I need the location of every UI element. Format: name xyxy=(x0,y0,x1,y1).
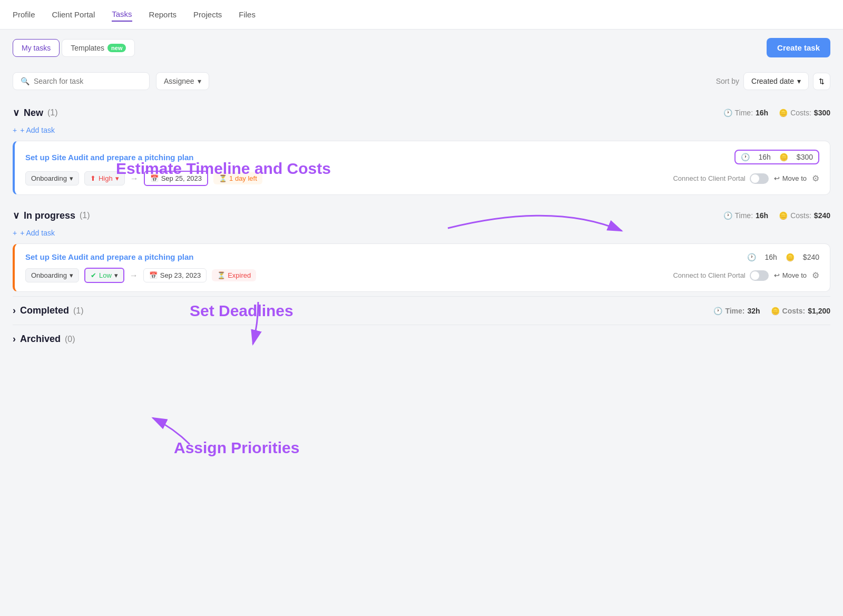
section-new-collapse-icon: ∨ xyxy=(13,107,19,119)
coins-icon: 🪙 xyxy=(779,109,788,117)
task-2-deadline-status: ⏳ Expired xyxy=(212,269,256,281)
section-archived: › Archived (0) xyxy=(13,325,830,353)
task-1-portal-toggle[interactable] xyxy=(750,173,769,184)
search-input[interactable] xyxy=(34,77,142,85)
tab-templates[interactable]: Templates new xyxy=(62,39,135,57)
section-completed-time: 🕐 Time: 32h xyxy=(713,307,760,315)
calendar-icon: 📅 xyxy=(149,271,158,279)
section-inprogress-title[interactable]: ∨ In progress (1) xyxy=(13,210,90,221)
sub-tabs-bar: My tasks Templates new Create task xyxy=(0,30,843,66)
task-2-priority-button[interactable]: ✔ Low ▾ xyxy=(84,268,124,283)
sort-select[interactable]: Created date ▾ xyxy=(743,72,809,90)
task-card-1-header: Set up Site Audit and prepare a pitching… xyxy=(25,150,819,164)
task-1-priority-button[interactable]: ⬆ High ▾ xyxy=(84,171,125,185)
annotation-arrow-priorities xyxy=(0,413,843,518)
sort-area: Sort by Created date ▾ ⇅ xyxy=(716,72,830,90)
annotation-priorities: Assign Priorities xyxy=(174,439,299,457)
nav-client-portal[interactable]: Client Portal xyxy=(52,8,95,21)
section-archived-count: (0) xyxy=(65,335,75,344)
chevron-down-icon: ▾ xyxy=(797,77,801,85)
toolbar: 🔍 Assignee ▾ Sort by Created date ▾ ⇅ xyxy=(0,66,843,96)
task-card-2: Set up Site Audit and prepare a pitching… xyxy=(13,243,830,292)
sort-order-button[interactable]: ⇅ xyxy=(813,73,830,90)
task-2-tag-button[interactable]: Onboarding ▾ xyxy=(25,268,79,282)
task-1-title[interactable]: Set up Site Audit and prepare a pitching… xyxy=(25,153,193,162)
coins-icon: 🪙 xyxy=(771,307,780,315)
plus-icon: + xyxy=(13,126,17,134)
task-2-clock-icon: 🕐 xyxy=(747,253,756,261)
section-new-meta: 🕐 Time: 16h 🪙 Costs: $300 xyxy=(723,109,830,117)
section-archived-title[interactable]: › Archived (0) xyxy=(13,334,830,345)
priority-high-icon: ⬆ xyxy=(90,174,96,182)
search-box: 🔍 xyxy=(13,72,150,90)
task-2-move-to[interactable]: ↩ Move to xyxy=(774,271,807,279)
clock-icon: 🕐 xyxy=(713,307,722,315)
section-inprogress-count: (1) xyxy=(80,211,90,220)
section-completed-costs: 🪙 Costs: $1,200 xyxy=(771,307,830,315)
task-1-date-button[interactable]: 📅 Sep 25, 2023 xyxy=(144,171,208,186)
section-inprogress-meta: 🕐 Time: 16h 🪙 Costs: $240 xyxy=(723,211,830,220)
chevron-down-icon: ▾ xyxy=(115,174,119,182)
assignee-filter-button[interactable]: Assignee ▾ xyxy=(156,72,209,90)
chevron-down-icon: ▾ xyxy=(198,77,201,85)
section-inprogress-costs: 🪙 Costs: $240 xyxy=(779,211,830,220)
task-2-coins-icon: 🪙 xyxy=(786,253,795,261)
sort-label: Sort by xyxy=(716,77,739,85)
section-new-header: ∨ New (1) 🕐 Time: 16h 🪙 Costs: $300 xyxy=(13,96,830,123)
add-task-inprogress-button[interactable]: + + Add task xyxy=(13,226,830,243)
arrow-separator: → xyxy=(130,174,139,183)
section-new-title[interactable]: ∨ New (1) xyxy=(13,107,58,119)
nav-profile[interactable]: Profile xyxy=(13,8,35,21)
chevron-down-icon: ▾ xyxy=(70,174,73,182)
calendar-icon: 📅 xyxy=(150,174,159,182)
chevron-down-icon: ▾ xyxy=(70,271,73,279)
task-2-portal-toggle[interactable] xyxy=(750,270,769,281)
nav-tasks[interactable]: Tasks xyxy=(112,7,132,22)
create-task-button[interactable]: Create task xyxy=(767,38,830,57)
section-archived-expand-icon: › xyxy=(13,334,16,345)
main-content: ∨ New (1) 🕐 Time: 16h 🪙 Costs: $300 + + … xyxy=(0,96,843,616)
task-1-deadline-status: ⏳ 1 day left xyxy=(213,172,262,184)
task-1-coins-icon: 🪙 xyxy=(779,153,788,161)
task-2-connect-portal: Connect to Client Portal xyxy=(673,270,768,281)
task-2-date-button[interactable]: 📅 Sep 23, 2023 xyxy=(143,268,207,282)
move-icon: ↩ xyxy=(774,174,780,182)
coins-icon: 🪙 xyxy=(779,211,788,220)
section-completed-title[interactable]: › Completed (1) 🕐 Time: 32h 🪙 Costs: $1,… xyxy=(13,305,830,316)
task-1-connect-portal: Connect to Client Portal xyxy=(673,173,768,184)
nav-reports[interactable]: Reports xyxy=(149,8,177,21)
task-2-time-cost: 🕐 16h 🪙 $240 xyxy=(747,253,819,261)
arrow-separator-2: → xyxy=(130,271,138,280)
task-1-tag-button[interactable]: Onboarding ▾ xyxy=(25,171,79,185)
sort-order-icon: ⇅ xyxy=(819,77,825,85)
section-inprogress-header: ∨ In progress (1) 🕐 Time: 16h 🪙 Costs: $… xyxy=(13,199,830,226)
tab-my-tasks[interactable]: My tasks xyxy=(13,39,60,57)
add-task-new-button[interactable]: + + Add task xyxy=(13,123,830,141)
nav-projects[interactable]: Projects xyxy=(193,8,222,21)
section-inprogress-time: 🕐 Time: 16h xyxy=(723,211,769,220)
task-card-2-header: Set up Site Audit and prepare a pitching… xyxy=(25,252,819,261)
plus-icon: + xyxy=(13,229,17,237)
search-icon: 🔍 xyxy=(21,77,30,85)
section-new-count: (1) xyxy=(47,108,58,118)
move-icon: ↩ xyxy=(774,271,780,279)
section-new-costs: 🪙 Costs: $300 xyxy=(779,109,830,117)
task-2-title[interactable]: Set up Site Audit and prepare a pitching… xyxy=(25,252,193,261)
priority-low-icon: ✔ xyxy=(91,271,96,279)
task-2-settings-icon[interactable]: ⚙ xyxy=(812,270,819,280)
section-completed-expand-icon: › xyxy=(13,305,16,316)
hourglass-expired-icon: ⏳ xyxy=(217,271,226,279)
nav-files[interactable]: Files xyxy=(239,8,256,21)
task-1-settings-icon[interactable]: ⚙ xyxy=(812,173,819,183)
clock-icon: 🕐 xyxy=(723,109,732,117)
task-2-controls: Onboarding ▾ ✔ Low ▾ → 📅 Sep 23, 2023 ⏳ … xyxy=(25,268,819,283)
chevron-down-icon: ▾ xyxy=(114,271,118,279)
section-completed: › Completed (1) 🕐 Time: 32h 🪙 Costs: $1,… xyxy=(13,296,830,325)
section-new-time: 🕐 Time: 16h xyxy=(723,109,769,117)
task-card-1: Set up Site Audit and prepare a pitching… xyxy=(13,141,830,195)
templates-new-badge: new xyxy=(107,44,126,52)
clock-icon: 🕐 xyxy=(723,211,732,220)
task-1-move-to[interactable]: ↩ Move to xyxy=(774,174,807,182)
task-1-clock-icon: 🕐 xyxy=(741,153,750,161)
section-completed-meta: 🕐 Time: 32h 🪙 Costs: $1,200 xyxy=(713,307,830,315)
